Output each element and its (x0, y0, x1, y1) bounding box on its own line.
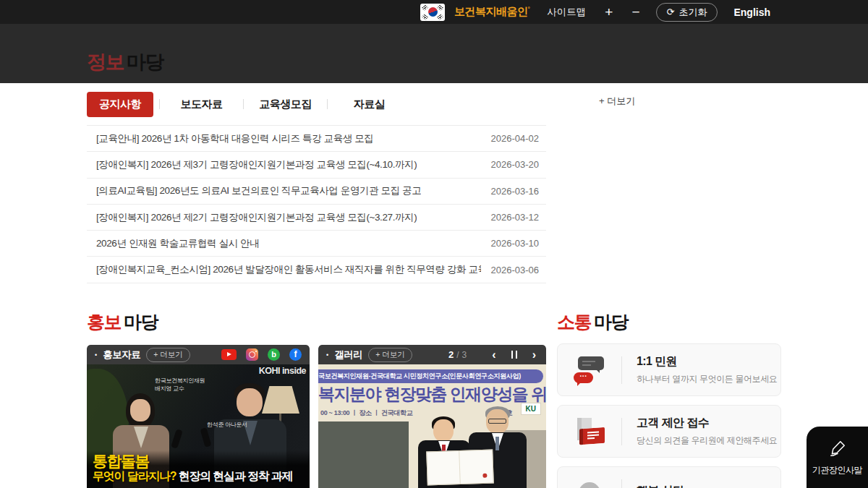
korea-flag-icon (420, 4, 445, 21)
suggestion-box-icon (574, 418, 605, 445)
notice-row[interactable]: [장애인복지] 2026년 제3기 고령장애인지원기본과정 교육생 모집(~4.… (87, 152, 546, 178)
facebook-icon[interactable]: f (289, 348, 302, 361)
notice-row[interactable]: 2026년 인재원 학술교류협력 실시 안내 2026-03-10 (87, 231, 546, 257)
video-caption-right: 한석준 아나운서 (207, 421, 247, 429)
bullet-icon: • (326, 351, 328, 359)
video-more-button[interactable]: + 더보기 (146, 348, 190, 362)
gallery-more-button[interactable]: + 더보기 (368, 348, 412, 362)
video-watermark: KOHI inside (259, 366, 306, 376)
video-headline: 통합돌봄 무엇이 달라지나? 현장의 현실과 정착 과제 (87, 450, 310, 488)
tab-notice[interactable]: 공지사항 (87, 92, 153, 117)
sitemap-link[interactable]: 사이트맵 (547, 6, 586, 19)
promo-section-title: 홍보마당 (87, 310, 158, 334)
notice-date: 2026-03-16 (491, 186, 547, 197)
notice-tabs: 공지사항 보도자료 교육생모집 자료실 (87, 92, 546, 116)
notice-date: 2026-03-20 (491, 159, 547, 170)
tab-recruit[interactable]: 교육생모집 (244, 98, 327, 111)
happy-menu-card[interactable]: 행복 식단 (557, 466, 781, 488)
notice-date: 2026-04-02 (491, 133, 547, 144)
pen-icon (828, 439, 847, 458)
notice-row[interactable]: [의료AI교육팀] 2026년도 의료AI 보건의료인 직무교육사업 운영기관 … (87, 179, 546, 205)
video-caption-left: 한국보건복지인재원 배지영 교수 (155, 377, 205, 393)
font-decrease-button[interactable]: − (631, 5, 639, 19)
comm-card-desc: 하나부터 열까지 무엇이든 물어보세요 (637, 373, 777, 385)
notice-row[interactable]: [장애인복지교육_컨소시엄] 2026년 발달장애인 활동서비스 재직자를 위한… (87, 257, 546, 283)
next-slide-button[interactable]: › (532, 349, 536, 361)
notice-date: 2026-03-06 (491, 265, 547, 275)
notice-date: 2026-03-12 (491, 212, 547, 223)
reset-icon: ⟳ (667, 7, 675, 17)
director-greeting-button[interactable]: 기관장인사말 (807, 427, 868, 488)
comm-card-title: 고객 제안 접수 (637, 416, 777, 431)
greeting-label: 기관장인사말 (812, 464, 862, 476)
top-utility-bar: 보건복지배움인° 사이트맵 + − ⟳ 초기화 English (0, 0, 868, 24)
notice-more-link[interactable]: + 더보기 (599, 95, 635, 108)
chat-bubbles-icon: ··· (574, 356, 605, 383)
agreement-document (426, 449, 494, 485)
notice-title: [의료AI교육팀] 2026년도 의료AI 보건의료인 직무교육사업 운영기관 … (87, 184, 421, 197)
bullet-icon: • (95, 351, 97, 359)
gallery-photo[interactable]: 국보건복지인재원-건국대학교 시민정치연구소(인문사회연구소지원사업) 복지분야… (318, 364, 546, 488)
banner-pill-text: 국보건복지인재원-건국대학교 시민정치연구소(인문사회연구소지원사업) (318, 369, 543, 383)
notice-title: [교육안내] 2026년 1차 아동학대 대응인력 시리즈 특강 교육생 모집 (87, 132, 373, 145)
promo-video-card: • 홍보자료 + 더보기 b f (87, 345, 310, 488)
notice-date: 2026-03-10 (491, 238, 547, 249)
info-section-title: 정보마당 (87, 49, 163, 75)
comm-card-desc: 당신의 의견을 우리원에 제안해주세요 (637, 435, 777, 447)
info-header-band: 정보마당 (0, 24, 868, 83)
instagram-icon[interactable] (246, 348, 258, 361)
taegeuk-icon (428, 7, 438, 17)
notice-row[interactable]: [장애인복지] 2026년 제2기 고령장애인지원기본과정 교육생 모집(~3.… (87, 205, 546, 231)
civil-complaint-card[interactable]: ··· 1:1 민원 하나부터 열까지 무엇이든 물어보세요 (557, 343, 781, 396)
gallery-card-label: 갤러리 (334, 348, 362, 361)
circle-icon (579, 482, 600, 488)
notice-title: [장애인복지] 2026년 제3기 고령장애인지원기본과정 교육생 모집(~4.… (87, 158, 417, 171)
font-increase-button[interactable]: + (605, 5, 613, 19)
brand-link[interactable]: 보건복지배움인° (454, 5, 529, 19)
notice-row[interactable]: [교육안내] 2026년 1차 아동학대 대응인력 시리즈 특강 교육생 모집 … (87, 126, 546, 152)
prev-slide-button[interactable]: ‹ (492, 349, 495, 361)
comm-card-title: 행복 식단 (637, 484, 684, 488)
banner-title-text: 복지분야 현장맞춤 인재양성을 위한 (318, 383, 546, 406)
pause-slide-button[interactable] (511, 351, 517, 359)
font-reset-button[interactable]: ⟳ 초기화 (656, 3, 718, 22)
video-thumbnail[interactable]: KOHI inside 한국보건복지인재원 배지영 교수 한석준 아나운서 통합… (87, 364, 310, 488)
suggestion-card[interactable]: 고객 제안 접수 당신의 의견을 우리원에 제안해주세요 (557, 405, 781, 458)
social-links: b f (221, 348, 302, 361)
notice-title: [장애인복지] 2026년 제2기 고령장애인지원기본과정 교육생 모집(~3.… (87, 211, 417, 224)
kohi-homepage: 보건복지배움인° 사이트맵 + − ⟳ 초기화 English 정보마당 공지사… (0, 0, 868, 488)
gallery-card-header: • 갤러리 + 더보기 2 / 3 ‹ › (318, 345, 546, 364)
english-link[interactable]: English (733, 7, 770, 18)
naver-blog-icon[interactable]: b (268, 348, 280, 361)
notice-list: [교육안내] 2026년 1차 아동학대 대응인력 시리즈 특강 교육생 모집 … (87, 125, 546, 283)
tab-library[interactable]: 자료실 (328, 98, 411, 111)
gallery-card: • 갤러리 + 더보기 2 / 3 ‹ › 국보건복지인재원-건국대학교 시민정… (318, 345, 546, 488)
video-card-label: 홍보자료 (103, 348, 140, 361)
gallery-controls: ‹ › (492, 349, 538, 361)
comm-section-title: 소통마당 (557, 310, 628, 334)
gallery-pager: 2 / 3 (448, 345, 467, 364)
tab-press[interactable]: 보도자료 (160, 98, 243, 111)
comm-card-title: 1:1 민원 (637, 354, 777, 369)
chalkboard-background (318, 421, 409, 488)
microphone-icon (200, 427, 212, 447)
notice-title: [장애인복지교육_컨소시엄] 2026년 발달장애인 활동서비스 재직자를 위한… (87, 263, 481, 276)
video-card-header: • 홍보자료 + 더보기 b f (87, 345, 310, 364)
youtube-icon[interactable] (221, 349, 237, 360)
notice-title: 2026년 인재원 학술교류협력 실시 안내 (87, 237, 259, 250)
